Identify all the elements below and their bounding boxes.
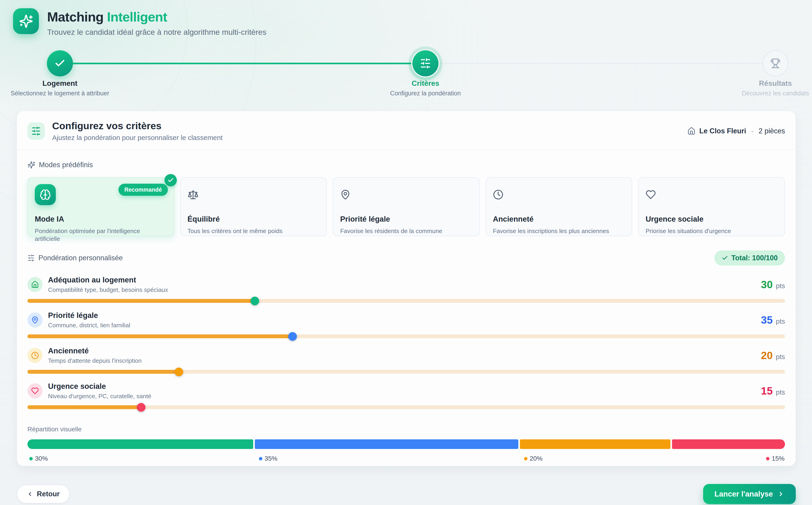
mode-title: Mode IA <box>35 215 167 223</box>
panel-title: Configurez vos critères <box>52 120 680 132</box>
step-criteres-circle[interactable] <box>413 50 439 76</box>
clock-icon <box>27 348 42 363</box>
weight-row-anciennete: Ancienneté Temps d'attente depuis l'insc… <box>27 346 785 374</box>
weight-value: 15 pts <box>761 385 785 397</box>
sparkles-icon <box>27 161 35 169</box>
clock-icon <box>493 184 625 206</box>
distribution-section: Répartition visuelle 30% 35% 20% 15% <box>27 426 785 464</box>
mode-card-anciennete[interactable]: Ancienneté Favorise les inscriptions les… <box>486 177 632 236</box>
step-criteres-meta: Critères Configurez la pondération <box>366 79 485 97</box>
panel-subtitle: Ajustez la pondération pour personnalise… <box>52 134 680 142</box>
distribution-tag: 15% <box>766 455 785 462</box>
sliders-icon <box>420 58 431 69</box>
stepper-connector-upcoming <box>426 63 775 64</box>
mode-grid: Recommandé Mode IA Pondération optimisée… <box>27 177 785 236</box>
distribution-segment <box>27 439 253 449</box>
context-separator: - <box>750 127 755 135</box>
mode-title: Équilibré <box>188 215 320 223</box>
selected-check-badge <box>164 174 177 186</box>
distribution-segment <box>672 439 785 449</box>
step-logement-circle[interactable] <box>47 50 73 76</box>
distribution-tag: 35% <box>259 455 278 462</box>
scale-icon <box>188 184 320 206</box>
selected-housing-context: Le Clos Fleuri - 2 pièces <box>687 127 785 135</box>
recommended-badge: Recommandé <box>119 184 168 196</box>
priorite-legale-slider[interactable] <box>27 334 785 338</box>
home-icon <box>27 277 42 292</box>
mode-description: Pondération optimisée par l'intelligence… <box>35 227 167 243</box>
weights-section-label: Pondération personnalisée <box>27 254 123 262</box>
sliders-icon <box>27 254 35 262</box>
heart-icon <box>27 383 42 398</box>
distribution-tag: 30% <box>29 455 48 462</box>
stepper-connector-completed <box>60 63 426 64</box>
adequation-slider[interactable] <box>27 299 785 303</box>
mode-title: Priorité légale <box>340 215 472 223</box>
slider-thumb[interactable] <box>251 297 259 305</box>
urgence-sociale-slider[interactable] <box>27 405 785 409</box>
page-title: Matching Intelligent <box>47 9 267 24</box>
weight-value: 20 pts <box>761 349 785 362</box>
app-header: Matching Intelligent Trouvez le candidat… <box>13 8 267 37</box>
weight-value: 35 pts <box>761 314 785 326</box>
weight-row-adequation: Adéquation au logement Compatibilité typ… <box>27 276 785 303</box>
distribution-bar <box>27 439 785 449</box>
anciennete-slider[interactable] <box>27 370 785 374</box>
step-resultats-circle[interactable] <box>762 50 788 76</box>
mode-card-priorite-legale[interactable]: Priorité légale Favorise les résidents d… <box>333 177 480 236</box>
trophy-icon <box>770 58 781 68</box>
mode-description: Favorise les résidents de la commune <box>340 227 472 235</box>
weight-value: 30 pts <box>761 278 785 291</box>
panel-header: Configurez vos critères Ajustez la pondé… <box>17 111 796 150</box>
criteria-panel: Configurez vos critères Ajustez la pondé… <box>17 111 796 466</box>
map-pin-icon <box>340 184 472 206</box>
distribution-segment <box>255 439 518 449</box>
modes-section-label: Modes prédéfinis <box>27 161 785 169</box>
slider-thumb[interactable] <box>288 332 297 341</box>
step-logement-meta: Logement Sélectionnez le logement à attr… <box>0 79 119 97</box>
mode-title: Urgence sociale <box>645 215 778 223</box>
mode-title: Ancienneté <box>493 215 625 223</box>
sliders-icon <box>27 122 45 140</box>
check-icon <box>722 255 728 261</box>
back-button[interactable]: Retour <box>17 485 70 503</box>
weight-row-urgence-sociale: Urgence sociale Niveau d'urgence, PC, cu… <box>27 382 785 409</box>
map-pin-icon <box>27 312 42 328</box>
wizard-stepper: Logement Sélectionnez le logement à attr… <box>0 50 812 98</box>
distribution-tag: 20% <box>524 455 542 462</box>
mode-card-ia[interactable]: Recommandé Mode IA Pondération optimisée… <box>27 177 174 236</box>
slider-thumb[interactable] <box>174 367 183 376</box>
home-icon <box>687 127 695 135</box>
sparkles-logo-icon <box>13 8 39 34</box>
check-icon <box>54 58 66 69</box>
distribution-label: Répartition visuelle <box>27 426 785 433</box>
housing-name: Le Clos Fleuri <box>699 127 746 135</box>
mode-card-urgence-sociale[interactable]: Urgence sociale Priorise les situations … <box>638 177 785 236</box>
mode-description: Favorise les inscriptions les plus ancie… <box>493 227 625 235</box>
distribution-segment <box>520 439 670 449</box>
total-badge: Total: 100/100 <box>714 250 785 266</box>
brain-icon <box>35 184 56 205</box>
mode-card-equilibre[interactable]: Équilibré Tous les critères ont le même … <box>180 177 327 236</box>
slider-thumb[interactable] <box>137 403 146 412</box>
page-subtitle: Trouvez le candidat idéal grâce à notre … <box>47 28 267 37</box>
housing-unit: 2 pièces <box>759 127 785 135</box>
launch-analysis-button[interactable]: Lancer l'analyse <box>703 484 796 504</box>
chevron-left-icon <box>27 491 33 497</box>
weight-row-priorite-legale: Priorité légale Commune, district, lien … <box>27 311 785 338</box>
step-resultats-meta: Résultats Découvrez les candidats <box>716 79 812 97</box>
chevron-right-icon <box>778 491 784 497</box>
heart-icon <box>645 184 778 206</box>
mode-description: Tous les critères ont le même poids <box>188 227 320 235</box>
mode-description: Priorise les situations d'urgence <box>645 227 778 235</box>
